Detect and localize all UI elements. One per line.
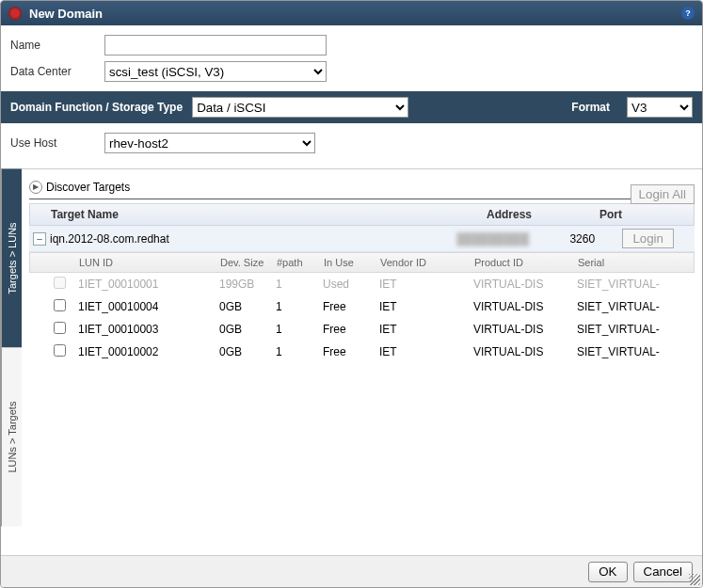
lun-in-use: Free [323, 345, 379, 358]
lun-id: 1IET_00010004 [78, 300, 219, 313]
lun-checkbox[interactable] [54, 299, 66, 311]
format-label: Format [571, 101, 610, 114]
name-input[interactable] [104, 35, 327, 56]
tab-luns-targets[interactable]: LUNs > Targets [1, 348, 22, 527]
lun-serial: SIET_VIRTUAL- [577, 345, 695, 358]
lun-path: 1 [276, 300, 323, 313]
help-icon[interactable]: ? [681, 7, 695, 20]
use-host-select[interactable]: rhev-host2 [104, 133, 315, 153]
lun-product: VIRTUAL-DIS [473, 300, 577, 313]
lun-in-use: Used [323, 278, 379, 291]
storage-type-label: Domain Function / Storage Type [10, 101, 183, 114]
col-lun-id: LUN ID [79, 257, 220, 268]
lun-path: 1 [276, 345, 323, 358]
lun-row[interactable]: 1IET_000100020GB1FreeIETVIRTUAL-DISSIET_… [29, 341, 695, 363]
col-address: Address [487, 208, 599, 221]
login-button[interactable]: Login [622, 229, 674, 248]
lun-product: VIRTUAL-DIS [473, 345, 577, 358]
target-name: iqn.2012-08.com.redhat [50, 232, 456, 246]
lun-header: LUN ID Dev. Size #path In Use Vendor ID … [29, 252, 695, 273]
targets-header: Target Name Address Port [29, 203, 695, 226]
lun-path: 1 [276, 278, 323, 291]
datacenter-label: Data Center [10, 65, 104, 78]
app-logo-icon [8, 7, 22, 20]
format-select[interactable]: V3 [627, 97, 693, 118]
lun-checkbox[interactable] [54, 322, 66, 334]
dialog-button-bar: OK Cancel [1, 555, 702, 587]
ok-button[interactable]: OK [588, 562, 627, 582]
discover-targets-label: Discover Targets [46, 181, 130, 194]
collapse-icon[interactable]: − [33, 232, 46, 246]
col-target-name: Target Name [51, 208, 487, 221]
lun-vendor: IET [379, 300, 473, 313]
login-all-button[interactable]: Login All [631, 184, 695, 204]
col-product-id: Product ID [474, 257, 578, 268]
col-in-use: In Use [324, 257, 380, 268]
lun-id: 1IET_00010002 [78, 345, 219, 358]
target-row[interactable]: − iqn.2012-08.com.redhat █████████ 3260 … [29, 226, 695, 252]
lun-serial: SIET_VIRTUAL- [577, 300, 695, 313]
lun-checkbox[interactable] [54, 277, 66, 289]
resize-grip-icon[interactable] [689, 574, 700, 585]
dialog-title: New Domain [29, 7, 681, 21]
lun-size: 0GB [219, 300, 276, 313]
lun-path: 1 [276, 323, 323, 336]
lun-size: 199GB [219, 278, 276, 291]
lun-in-use: Free [323, 323, 379, 336]
col-path: #path [277, 257, 324, 268]
col-vendor-id: Vendor ID [380, 257, 474, 268]
storage-type-bar: Domain Function / Storage Type Data / iS… [1, 91, 702, 123]
datacenter-select[interactable]: scsi_test (iSCSI, V3) [104, 61, 327, 82]
target-address: █████████ [456, 232, 569, 246]
col-serial: Serial [578, 257, 694, 268]
lun-id: 1IET_00010003 [78, 323, 219, 336]
col-port: Port [599, 208, 694, 221]
title-bar: New Domain ? [1, 1, 702, 25]
lun-size: 0GB [219, 345, 276, 358]
lun-product: VIRTUAL-DIS [473, 278, 577, 291]
tab-targets-luns[interactable]: Targets > LUNs [1, 169, 22, 348]
lun-serial: SIET_VIRTUAL- [577, 278, 695, 291]
name-label: Name [10, 39, 104, 52]
lun-size: 0GB [219, 323, 276, 336]
cancel-button[interactable]: Cancel [633, 562, 694, 582]
lun-id: 1IET_00010001 [78, 278, 219, 291]
target-port: 3260 [569, 232, 622, 246]
storage-type-select[interactable]: Data / iSCSI [192, 97, 408, 118]
lun-row[interactable]: 1IET_000100040GB1FreeIETVIRTUAL-DISSIET_… [29, 295, 695, 318]
use-host-label: Use Host [10, 136, 104, 150]
lun-in-use: Free [323, 300, 379, 313]
expand-discover-icon[interactable]: ▶ [29, 181, 42, 194]
lun-product: VIRTUAL-DIS [473, 323, 577, 336]
lun-serial: SIET_VIRTUAL- [577, 323, 695, 336]
lun-row[interactable]: 1IET_000100030GB1FreeIETVIRTUAL-DISSIET_… [29, 318, 695, 341]
lun-checkbox[interactable] [54, 344, 66, 357]
col-dev-size: Dev. Size [220, 257, 277, 268]
lun-row[interactable]: 1IET_00010001199GB1UsedIETVIRTUAL-DISSIE… [29, 273, 695, 295]
lun-vendor: IET [379, 278, 473, 291]
lun-vendor: IET [379, 345, 473, 358]
lun-vendor: IET [379, 323, 473, 336]
